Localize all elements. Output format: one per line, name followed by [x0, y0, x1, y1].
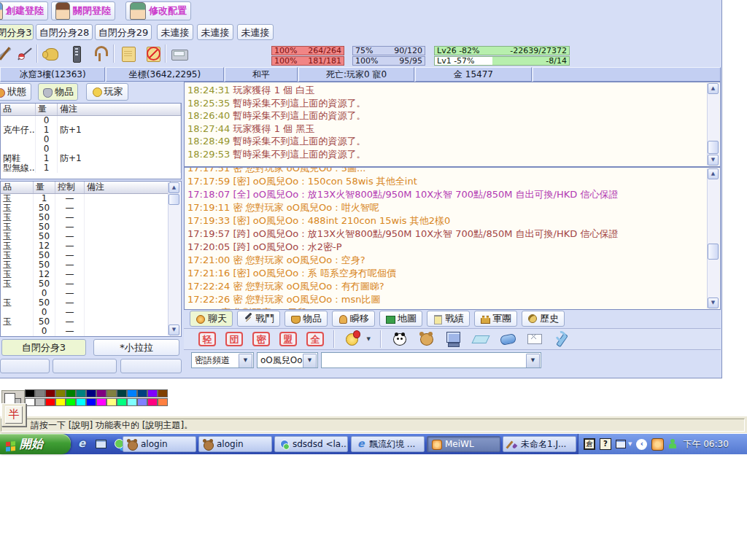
palette-color-swatch[interactable]: [96, 389, 107, 397]
smiley-icon[interactable]: ▼: [344, 330, 371, 348]
equipment-table-header[interactable]: 品量備注: [1, 104, 181, 116]
item-table-scrollbar[interactable]: ▲ ▼: [168, 182, 180, 335]
taskbar-task-button[interactable]: 未命名1.J...: [503, 436, 576, 452]
hide-inactive-icons-chevron[interactable]: ‹: [636, 439, 647, 450]
slingshot-icon[interactable]: [89, 44, 109, 63]
palette-color-swatch[interactable]: [25, 398, 35, 406]
item-row[interactable]: 玉50—: [1, 317, 171, 327]
roll-icon[interactable]: [499, 330, 516, 348]
channel-stamp-button[interactable]: 団: [225, 332, 243, 346]
palette-color-swatch[interactable]: [66, 389, 76, 397]
palette-color-swatch[interactable]: [107, 398, 117, 406]
equipment-table[interactable]: 品量備注 0 克牛仔...1防+1 0 0 閑鞋1防+1 型無線...1: [0, 103, 182, 179]
palette-color-swatch[interactable]: [117, 389, 127, 397]
palette-color-swatch[interactable]: [137, 398, 147, 406]
palette-color-swatch[interactable]: [35, 389, 45, 397]
session-tab[interactable]: 未連接: [157, 24, 193, 40]
computer-icon[interactable]: [445, 330, 462, 348]
item-table[interactable]: 品量控制備注 玉1— 玉50— 玉50— 玉50— 玉50— 玉12— 玉50—…: [0, 181, 182, 337]
item-row[interactable]: 玉50—: [1, 298, 171, 308]
palette-color-swatch[interactable]: [25, 389, 35, 397]
dog-icon[interactable]: [418, 330, 436, 348]
column-header[interactable]: 控制: [55, 182, 85, 193]
channel-stamp-button[interactable]: 盟: [279, 332, 297, 346]
palette-color-swatch[interactable]: [86, 398, 96, 406]
palette-color-swatch[interactable]: [158, 398, 168, 406]
show-desktop-quicklaunch-icon[interactable]: [94, 438, 107, 451]
scroll-up-arrow-icon[interactable]: ▲: [169, 182, 179, 193]
column-header[interactable]: 備注: [85, 182, 171, 193]
ie-quicklaunch-icon[interactable]: [76, 438, 89, 451]
diamond-icon[interactable]: [472, 330, 489, 348]
item-row[interactable]: 0—: [1, 327, 171, 336]
taskbar-task-button[interactable]: sdsdsd <la...: [274, 436, 348, 452]
equipment-row[interactable]: 閑鞋1防+1: [1, 154, 181, 163]
card-reader-icon[interactable]: [169, 44, 190, 63]
session-tab[interactable]: 自閉分身28: [36, 24, 93, 40]
palette-color-swatch[interactable]: [55, 398, 66, 406]
tray-caret-icon[interactable]: ▼: [628, 441, 632, 447]
palette-color-swatch[interactable]: [137, 389, 147, 397]
session-tab[interactable]: 自閉分身29: [95, 24, 152, 40]
login-action-button[interactable]: 創建登陸: [0, 1, 48, 20]
item-row[interactable]: 玉50—: [1, 251, 171, 260]
item-row[interactable]: 玉50—: [1, 203, 171, 213]
preset-button[interactable]: [0, 359, 50, 373]
chat-tab-battle[interactable]: 戰鬥: [237, 311, 280, 327]
chat-tab-items[interactable]: 物品: [285, 311, 328, 327]
message-input[interactable]: [321, 352, 541, 368]
item-row[interactable]: 玉50—: [1, 213, 171, 222]
ime-halfwidth-button[interactable]: 半: [5, 406, 23, 424]
chat-tab-history[interactable]: 歷史: [522, 311, 565, 327]
equipment-row[interactable]: 型無線...1: [1, 163, 181, 173]
session-tab[interactable]: 未連接: [237, 24, 274, 40]
ime-help-tray-icon[interactable]: ?: [600, 438, 611, 450]
ime-changjie-tray-icon[interactable]: 倉: [584, 438, 595, 450]
palette-color-swatch[interactable]: [86, 389, 96, 397]
palette-color-swatch[interactable]: [35, 398, 45, 406]
palette-color-swatch[interactable]: [45, 398, 55, 406]
scroll-up-arrow-icon[interactable]: ▲: [708, 83, 719, 94]
scrollbar-thumb[interactable]: [708, 141, 719, 154]
scrollbar-thumb[interactable]: [169, 194, 179, 205]
channel-select[interactable]: 密語頻道: [191, 352, 254, 368]
chat-tab-chat[interactable]: 聊天: [190, 311, 233, 327]
item-row[interactable]: 0—: [1, 308, 171, 317]
channel-stamp-button[interactable]: 密: [252, 332, 270, 346]
wrench-icon[interactable]: [553, 330, 570, 348]
scroll-down-arrow-icon[interactable]: ▼: [708, 298, 719, 308]
item-row[interactable]: 玉50—: [1, 279, 171, 289]
glove-icon[interactable]: [41, 44, 61, 63]
palette-color-swatch[interactable]: [147, 389, 158, 397]
scrollbar-thumb[interactable]: [708, 244, 719, 260]
inventory-tab-status[interactable]: 狀態: [0, 83, 31, 101]
equipment-row[interactable]: 克牛仔...1防+1: [1, 125, 181, 135]
equipment-row[interactable]: 0: [1, 144, 181, 154]
palette-color-swatch[interactable]: [55, 389, 66, 397]
whisper-target-select[interactable]: oO風兒Oo: [257, 352, 318, 368]
preset-button[interactable]: [53, 359, 117, 373]
channel-stamp-button[interactable]: 全: [306, 332, 324, 346]
equipment-row[interactable]: 0: [1, 116, 181, 125]
login-action-button[interactable]: 關閉登陸: [51, 1, 115, 20]
dropdown-arrow-icon[interactable]: [526, 354, 540, 368]
system-log-scrollbar[interactable]: ▲ ▼: [707, 83, 719, 166]
chat-log-scrollbar[interactable]: ▲ ▼: [707, 168, 719, 308]
chat-tab-guild[interactable]: 軍團: [474, 311, 517, 327]
panda-icon[interactable]: [391, 330, 409, 348]
dropdown-arrow-icon[interactable]: [239, 354, 252, 368]
column-header[interactable]: 量: [34, 182, 55, 193]
character-tab[interactable]: 自閉分身3: [1, 339, 86, 356]
messenger-tray-icon[interactable]: [668, 439, 677, 449]
palette-color-swatch[interactable]: [147, 398, 158, 406]
item-row[interactable]: 玉12—: [1, 270, 171, 279]
palette-color-swatch[interactable]: [127, 398, 137, 406]
remote-icon[interactable]: [66, 44, 86, 63]
chat-tab-teleport[interactable]: 瞬移: [332, 311, 375, 327]
pickaxe-icon[interactable]: [0, 44, 15, 63]
login-action-button[interactable]: 修改配置: [125, 1, 191, 20]
start-button[interactable]: 開始: [0, 434, 71, 454]
column-header[interactable]: 量: [36, 104, 58, 115]
palette-color-swatch[interactable]: [107, 389, 117, 397]
scroll-down-arrow-icon[interactable]: ▼: [169, 324, 179, 335]
